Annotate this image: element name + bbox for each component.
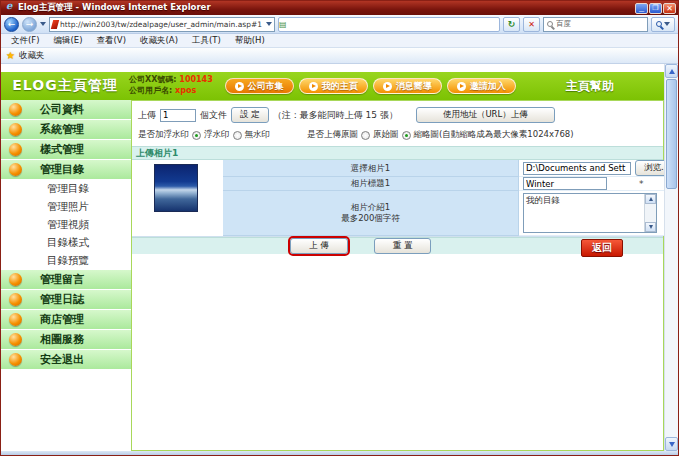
return-button[interactable]: 返回	[581, 239, 623, 257]
menu-ball-icon	[9, 123, 22, 136]
menu-ball-icon	[9, 333, 22, 346]
homepage-help-link[interactable]: 主頁幫助	[566, 78, 614, 95]
sidebar-item-label: 系統管理	[40, 122, 84, 137]
menu-ball-icon	[9, 293, 22, 306]
thumbnail-radio[interactable]	[402, 131, 411, 140]
ie-logo-icon	[5, 3, 15, 13]
section-title: 上傳相片1	[136, 147, 178, 160]
nav-button-label: 邀請加入	[470, 80, 506, 93]
sidebar-subitem-catalog-preview[interactable]: 目錄預覽	[1, 252, 131, 270]
nav-button-label: 消息嚮導	[396, 80, 432, 93]
search-box[interactable]	[543, 17, 648, 32]
company-no-value: 100143	[179, 75, 212, 84]
address-bar[interactable]	[49, 17, 275, 32]
textarea-scrollbar[interactable]	[644, 194, 656, 232]
watermark-off-radio[interactable]	[233, 131, 242, 140]
app-header: ELOG主頁管理 公司XX號碼: 100143 公司用戶名: xpos 公司市集…	[1, 72, 664, 100]
scroll-up-icon[interactable]	[645, 194, 656, 204]
thumbnail-label: 縮略圖(自動縮略成為最大像素1024x768)	[414, 129, 574, 141]
sidebar-subitem-manage-videos[interactable]: 管理視頻	[1, 216, 131, 234]
required-mark: *	[639, 179, 644, 189]
sidebar-item-label: 相圈服務	[40, 332, 84, 347]
sidebar-item-label: 商店管理	[40, 312, 84, 327]
minimize-button[interactable]	[635, 3, 648, 14]
watermark-off-label: 無水印	[245, 129, 271, 141]
back-button[interactable]: ←	[4, 17, 19, 32]
stop-button[interactable]	[523, 17, 540, 32]
search-go-icon	[656, 21, 662, 27]
sidebar-item-system-management[interactable]: 系統管理	[1, 120, 131, 139]
scrollbar-thumb[interactable]	[666, 79, 677, 189]
search-icon	[547, 21, 553, 27]
nav-button-label: 我的主頁	[322, 80, 358, 93]
nav-button-invite[interactable]: 邀請加入	[447, 78, 516, 94]
scrollbar-up-button[interactable]	[665, 64, 678, 78]
nav-button-market[interactable]: 公司市集	[225, 78, 294, 94]
menu-tools[interactable]: 工具(T)	[192, 35, 221, 47]
sidebar-item-shop-management[interactable]: 商店管理	[1, 310, 131, 329]
form-actions-bar: 上 傳 重 置 返回	[132, 237, 663, 254]
file-path-input[interactable]	[523, 162, 631, 175]
page-top-gap	[1, 64, 664, 72]
forward-button[interactable]: →	[22, 17, 37, 32]
refresh-button[interactable]	[503, 17, 520, 32]
maximize-button[interactable]	[649, 3, 662, 14]
page-compat-button[interactable]	[278, 17, 500, 32]
set-button[interactable]: 設 定	[231, 107, 269, 123]
upload-label: 上傳	[138, 109, 156, 122]
nav-button-my-homepage[interactable]: 我的主頁	[299, 78, 368, 94]
menu-file[interactable]: 文件(F)	[11, 35, 40, 47]
menu-ball-icon	[9, 273, 22, 286]
menu-edit[interactable]: 编辑(E)	[54, 35, 83, 47]
choose-photo-cell: 浏览...	[519, 160, 678, 177]
address-input[interactable]	[60, 20, 264, 29]
menu-favorites[interactable]: 收藏夹(A)	[140, 35, 178, 47]
watermark-on-radio[interactable]	[192, 131, 201, 140]
history-dropdown-icon[interactable]	[40, 22, 46, 26]
photo-desc-textarea[interactable]: 我的目錄	[524, 194, 644, 232]
favorites-label[interactable]: 收藏夹	[19, 50, 45, 62]
search-input[interactable]	[556, 20, 644, 29]
original-radio[interactable]	[361, 131, 370, 140]
photo-title-cell: *	[519, 177, 678, 191]
scrollbar-down-button[interactable]	[665, 437, 678, 451]
watermark-on-label: 浮水印	[204, 129, 230, 141]
sidebar-item-manage-catalog[interactable]: 管理目錄	[1, 160, 131, 179]
menu-view[interactable]: 查看(V)	[97, 35, 126, 47]
address-dropdown-icon[interactable]	[266, 22, 272, 26]
page-scrollbar[interactable]	[664, 64, 678, 451]
menu-help[interactable]: 帮助(H)	[235, 35, 265, 47]
photo-title-label: 相片標題1	[223, 177, 519, 191]
sidebar-subitem-manage-catalog[interactable]: 管理目錄	[1, 180, 131, 198]
sidebar-item-photo-circle-service[interactable]: 相圈服務	[1, 330, 131, 349]
sidebar-item-label: 樣式管理	[40, 142, 84, 157]
scroll-down-icon[interactable]	[645, 222, 656, 232]
options-row: 是否加浮水印 浮水印 無水印 是否上傳原圖 原始圖 縮略圖(自動縮略成為最大像素…	[132, 123, 663, 146]
play-icon	[383, 82, 392, 91]
preview-cell	[132, 160, 223, 236]
page-body: 公司資料 系統管理 樣式管理 管理目錄 管理目錄 管理照片 管理視頻 目錄樣式 …	[1, 100, 664, 451]
scrollbar-track[interactable]	[665, 190, 678, 437]
search-go-button[interactable]	[651, 17, 675, 32]
sidebar-subitem-catalog-style[interactable]: 目錄樣式	[1, 234, 131, 252]
photo-title-input[interactable]	[523, 177, 607, 190]
page-viewport: ELOG主頁管理 公司XX號碼: 100143 公司用戶名: xpos 公司市集…	[1, 64, 678, 451]
url-upload-button[interactable]: 使用地址（URL）上傳	[416, 107, 555, 123]
upload-note: （注：最多能同時上傳 15 張）	[273, 109, 398, 122]
sidebar-item-manage-messages[interactable]: 管理留言	[1, 270, 131, 289]
close-button[interactable]	[663, 3, 676, 14]
navigation-bar: ← →	[1, 15, 678, 34]
sidebar-subitem-manage-photos[interactable]: 管理照片	[1, 198, 131, 216]
sidebar-item-logout[interactable]: 安全退出	[1, 350, 131, 369]
sidebar-item-company-info[interactable]: 公司資料	[1, 100, 131, 119]
sidebar-item-manage-logs[interactable]: 管理日誌	[1, 290, 131, 309]
favorites-star-icon[interactable]: ★	[6, 50, 15, 61]
unit-label: 個文件	[200, 109, 227, 122]
reset-button[interactable]: 重 置	[374, 238, 432, 254]
sidebar-item-style-management[interactable]: 樣式管理	[1, 140, 131, 159]
upload-count-input[interactable]	[160, 109, 196, 122]
upload-submit-button[interactable]: 上 傳	[290, 238, 348, 254]
nav-button-message-wizard[interactable]: 消息嚮導	[373, 78, 442, 94]
window-bottom-edge	[1, 451, 678, 455]
menu-ball-icon	[9, 143, 22, 156]
